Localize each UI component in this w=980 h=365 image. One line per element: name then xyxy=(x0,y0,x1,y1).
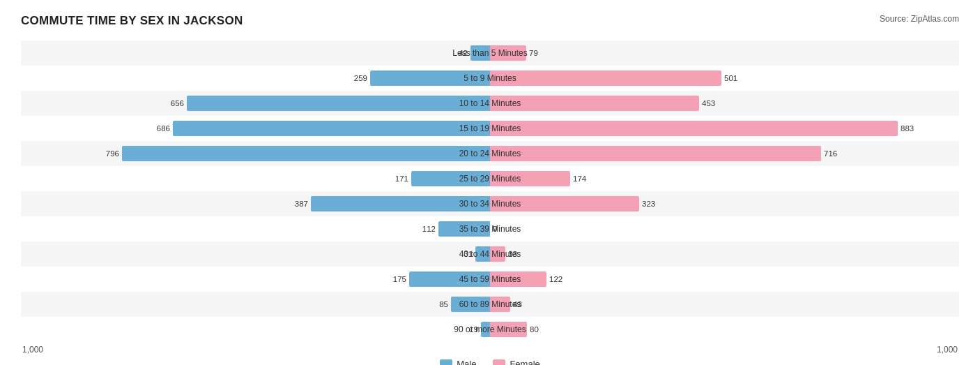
bar-female xyxy=(490,70,721,86)
bar-male xyxy=(411,171,490,186)
value-female: 453 xyxy=(702,99,715,107)
legend-female: Female xyxy=(493,359,539,365)
table-row: 17512245 to 59 Minutes xyxy=(21,267,959,292)
value-female: 323 xyxy=(642,200,655,208)
bar-male xyxy=(370,70,490,86)
table-row: 65645310 to 14 Minutes xyxy=(21,91,959,116)
bar-male xyxy=(311,196,490,211)
legend-row: Male Female xyxy=(21,359,959,365)
value-male: 171 xyxy=(395,174,408,183)
table-row: 854360 to 89 Minutes xyxy=(21,292,959,317)
value-male: 19 xyxy=(469,325,478,334)
bar-female xyxy=(490,146,821,161)
bar-female xyxy=(490,246,505,262)
bar-male xyxy=(438,221,490,237)
bar-male xyxy=(475,246,490,262)
value-female: 501 xyxy=(724,74,737,82)
value-male: 42 xyxy=(459,49,468,57)
table-row: 198090 or more Minutes xyxy=(21,317,959,342)
table-row: 4279Less than 5 Minutes xyxy=(21,40,959,66)
value-male: 31 xyxy=(464,250,473,258)
axis-right: 1,000 xyxy=(937,345,958,355)
bar-female xyxy=(490,196,639,211)
table-row: 68688315 to 19 Minutes xyxy=(21,116,959,141)
value-female: 80 xyxy=(530,325,539,334)
value-female: 716 xyxy=(824,149,837,158)
value-male: 686 xyxy=(157,124,170,133)
value-male: 85 xyxy=(439,300,448,308)
chart-area: 4279Less than 5 Minutes2595015 to 9 Minu… xyxy=(21,40,959,365)
value-male: 656 xyxy=(171,99,184,107)
value-male: 175 xyxy=(393,275,406,283)
female-label: Female xyxy=(510,359,539,365)
bar-male xyxy=(122,146,490,161)
value-female: 79 xyxy=(529,49,538,57)
female-swatch xyxy=(493,359,505,366)
value-female: 0 xyxy=(493,225,497,233)
bar-male xyxy=(187,96,490,111)
value-male: 259 xyxy=(354,74,367,82)
table-row: 38732330 to 34 Minutes xyxy=(21,191,959,216)
bar-male xyxy=(173,121,490,136)
value-female: 122 xyxy=(549,275,562,283)
bar-male xyxy=(481,322,490,337)
value-female: 174 xyxy=(573,174,586,183)
male-swatch xyxy=(440,359,452,366)
bar-female xyxy=(490,45,526,61)
table-row: 79671620 to 24 Minutes xyxy=(21,141,959,166)
bar-female xyxy=(490,271,546,287)
value-female: 43 xyxy=(513,300,522,308)
bars-container: 4279Less than 5 Minutes2595015 to 9 Minu… xyxy=(21,40,959,342)
bar-male xyxy=(470,45,490,61)
bar-female xyxy=(490,121,898,136)
value-male: 112 xyxy=(422,225,436,233)
table-row: 2595015 to 9 Minutes xyxy=(21,66,959,91)
table-row: 313340 to 44 Minutes xyxy=(21,241,959,267)
bar-female xyxy=(490,171,570,186)
value-male: 387 xyxy=(295,200,308,208)
source-label: Source: ZipAtlas.com xyxy=(880,14,959,24)
bar-male xyxy=(409,271,490,287)
bar-female xyxy=(490,297,510,312)
bar-male xyxy=(451,297,490,312)
axis-row: 1,000 1,000 xyxy=(21,345,959,355)
male-label: Male xyxy=(457,359,476,365)
table-row: 112035 to 39 Minutes xyxy=(21,216,959,241)
value-female: 883 xyxy=(901,124,914,133)
chart-title: COMMUTE TIME BY SEX IN JACKSON xyxy=(21,14,243,28)
legend-male: Male xyxy=(440,359,476,365)
bar-female xyxy=(490,96,699,111)
axis-left: 1,000 xyxy=(22,345,43,355)
value-female: 33 xyxy=(508,250,517,258)
table-row: 17117425 to 29 Minutes xyxy=(21,166,959,191)
bar-female xyxy=(490,322,527,337)
value-male: 796 xyxy=(106,149,119,158)
